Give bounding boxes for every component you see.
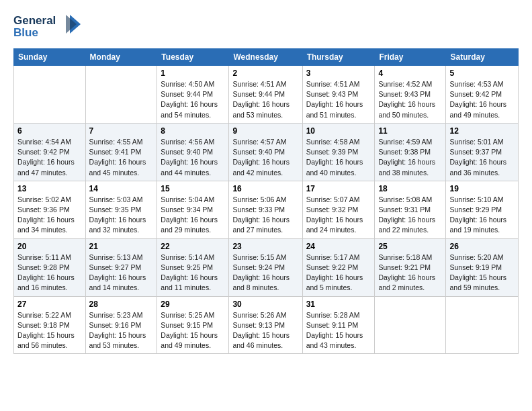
day-info: Sunrise: 5:02 AMSunset: 9:36 PMDaylight:… — [17, 195, 82, 236]
calendar-cell: 26Sunrise: 5:20 AMSunset: 9:19 PMDayligh… — [446, 238, 519, 296]
weekday-header-sunday: Sunday — [14, 49, 86, 66]
day-number: 19 — [449, 184, 515, 193]
day-info: Sunrise: 4:55 AMSunset: 9:41 PMDaylight:… — [89, 137, 154, 178]
day-number: 24 — [306, 242, 371, 251]
day-number: 27 — [17, 300, 82, 309]
calendar-cell: 2Sunrise: 4:51 AMSunset: 9:44 PMDaylight… — [229, 66, 302, 124]
day-info: Sunrise: 4:51 AMSunset: 9:44 PMDaylight:… — [232, 79, 298, 120]
day-info: Sunrise: 4:54 AMSunset: 9:42 PMDaylight:… — [17, 137, 82, 178]
header: General Blue — [13, 11, 519, 43]
calendar-cell: 28Sunrise: 5:23 AMSunset: 9:16 PMDayligh… — [85, 296, 157, 354]
calendar-cell: 16Sunrise: 5:06 AMSunset: 9:33 PMDayligh… — [229, 181, 302, 238]
calendar-cell: 24Sunrise: 5:17 AMSunset: 9:22 PMDayligh… — [302, 238, 375, 296]
day-number: 9 — [232, 126, 298, 136]
day-info: Sunrise: 4:58 AMSunset: 9:39 PMDaylight:… — [306, 137, 371, 178]
week-row-5: 27Sunrise: 5:22 AMSunset: 9:18 PMDayligh… — [14, 296, 519, 354]
calendar-cell — [375, 296, 446, 354]
calendar-cell: 8Sunrise: 4:56 AMSunset: 9:40 PMDaylight… — [157, 123, 229, 181]
calendar-cell: 19Sunrise: 5:10 AMSunset: 9:29 PMDayligh… — [446, 181, 519, 238]
day-number: 8 — [161, 126, 225, 136]
calendar-cell: 6Sunrise: 4:54 AMSunset: 9:42 PMDaylight… — [14, 123, 86, 181]
calendar-cell: 12Sunrise: 5:01 AMSunset: 9:37 PMDayligh… — [446, 123, 519, 181]
day-info: Sunrise: 4:52 AMSunset: 9:43 PMDaylight:… — [378, 79, 442, 120]
calendar-cell: 11Sunrise: 4:59 AMSunset: 9:38 PMDayligh… — [375, 123, 446, 181]
day-number: 5 — [449, 68, 515, 78]
weekday-header-friday: Friday — [375, 49, 446, 66]
day-number: 26 — [449, 242, 515, 251]
day-number: 3 — [306, 68, 371, 78]
day-info: Sunrise: 5:23 AMSunset: 9:16 PMDaylight:… — [89, 310, 154, 351]
day-number: 11 — [378, 126, 442, 136]
weekday-header-thursday: Thursday — [302, 49, 375, 66]
day-info: Sunrise: 5:18 AMSunset: 9:21 PMDaylight:… — [378, 253, 442, 293]
day-info: Sunrise: 4:56 AMSunset: 9:40 PMDaylight:… — [161, 137, 225, 178]
day-info: Sunrise: 5:07 AMSunset: 9:32 PMDaylight:… — [306, 195, 371, 236]
day-number: 7 — [89, 126, 154, 136]
day-number: 14 — [89, 184, 154, 193]
day-number: 2 — [232, 68, 298, 78]
day-info: Sunrise: 4:50 AMSunset: 9:44 PMDaylight:… — [161, 79, 225, 120]
day-info: Sunrise: 5:08 AMSunset: 9:31 PMDaylight:… — [378, 195, 442, 236]
day-number: 20 — [17, 242, 82, 251]
day-info: Sunrise: 5:28 AMSunset: 9:11 PMDaylight:… — [306, 310, 371, 351]
day-info: Sunrise: 5:20 AMSunset: 9:19 PMDaylight:… — [449, 253, 515, 293]
day-info: Sunrise: 5:22 AMSunset: 9:18 PMDaylight:… — [17, 310, 82, 351]
day-number: 30 — [232, 300, 298, 309]
calendar-cell: 9Sunrise: 4:57 AMSunset: 9:40 PMDaylight… — [229, 123, 302, 181]
week-row-1: 1Sunrise: 4:50 AMSunset: 9:44 PMDaylight… — [14, 66, 519, 124]
calendar-cell: 3Sunrise: 4:51 AMSunset: 9:43 PMDaylight… — [302, 66, 375, 124]
calendar-cell: 1Sunrise: 4:50 AMSunset: 9:44 PMDaylight… — [157, 66, 229, 124]
weekday-header-wednesday: Wednesday — [229, 49, 302, 66]
day-number: 17 — [306, 184, 371, 193]
day-number: 31 — [306, 300, 371, 309]
weekday-header-tuesday: Tuesday — [157, 49, 229, 66]
day-number: 21 — [89, 242, 154, 251]
day-number: 12 — [449, 126, 515, 136]
calendar-cell: 10Sunrise: 4:58 AMSunset: 9:39 PMDayligh… — [302, 123, 375, 181]
day-number: 18 — [378, 184, 442, 193]
page: General Blue SundayMondayTuesdayWednesda… — [0, 0, 532, 411]
day-info: Sunrise: 5:06 AMSunset: 9:33 PMDaylight:… — [232, 195, 298, 236]
calendar-cell: 31Sunrise: 5:28 AMSunset: 9:11 PMDayligh… — [302, 296, 375, 354]
day-info: Sunrise: 5:14 AMSunset: 9:25 PMDaylight:… — [161, 253, 225, 293]
calendar-cell — [446, 296, 519, 354]
day-info: Sunrise: 5:25 AMSunset: 9:15 PMDaylight:… — [161, 310, 225, 351]
day-info: Sunrise: 5:01 AMSunset: 9:37 PMDaylight:… — [449, 137, 515, 178]
day-number: 22 — [161, 242, 225, 251]
day-number: 1 — [161, 68, 225, 78]
day-number: 29 — [161, 300, 225, 309]
day-number: 4 — [378, 68, 442, 78]
svg-text:Blue: Blue — [13, 26, 38, 39]
weekday-header-saturday: Saturday — [446, 49, 519, 66]
day-info: Sunrise: 5:10 AMSunset: 9:29 PMDaylight:… — [449, 195, 515, 236]
calendar-cell: 5Sunrise: 4:53 AMSunset: 9:42 PMDaylight… — [446, 66, 519, 124]
day-info: Sunrise: 5:26 AMSunset: 9:13 PMDaylight:… — [232, 310, 298, 351]
week-row-4: 20Sunrise: 5:11 AMSunset: 9:28 PMDayligh… — [14, 238, 519, 296]
calendar-cell: 14Sunrise: 5:03 AMSunset: 9:35 PMDayligh… — [85, 181, 157, 238]
calendar-cell: 29Sunrise: 5:25 AMSunset: 9:15 PMDayligh… — [157, 296, 229, 354]
day-info: Sunrise: 4:53 AMSunset: 9:42 PMDaylight:… — [449, 79, 515, 120]
calendar-cell: 25Sunrise: 5:18 AMSunset: 9:21 PMDayligh… — [375, 238, 446, 296]
calendar-cell: 27Sunrise: 5:22 AMSunset: 9:18 PMDayligh… — [14, 296, 86, 354]
calendar-cell — [14, 66, 86, 124]
weekday-header-row: SundayMondayTuesdayWednesdayThursdayFrid… — [14, 49, 519, 66]
day-number: 16 — [232, 184, 298, 193]
week-row-2: 6Sunrise: 4:54 AMSunset: 9:42 PMDaylight… — [14, 123, 519, 181]
day-info: Sunrise: 5:03 AMSunset: 9:35 PMDaylight:… — [89, 195, 154, 236]
calendar-cell: 13Sunrise: 5:02 AMSunset: 9:36 PMDayligh… — [14, 181, 86, 238]
day-info: Sunrise: 5:15 AMSunset: 9:24 PMDaylight:… — [232, 253, 298, 293]
day-number: 10 — [306, 126, 371, 136]
logo: General Blue — [13, 11, 87, 43]
day-number: 25 — [378, 242, 442, 251]
calendar-cell: 22Sunrise: 5:14 AMSunset: 9:25 PMDayligh… — [157, 238, 229, 296]
day-info: Sunrise: 5:13 AMSunset: 9:27 PMDaylight:… — [89, 253, 154, 293]
day-number: 28 — [89, 300, 154, 309]
calendar-cell: 17Sunrise: 5:07 AMSunset: 9:32 PMDayligh… — [302, 181, 375, 238]
calendar-cell: 20Sunrise: 5:11 AMSunset: 9:28 PMDayligh… — [14, 238, 86, 296]
calendar-cell: 15Sunrise: 5:04 AMSunset: 9:34 PMDayligh… — [157, 181, 229, 238]
calendar-cell: 21Sunrise: 5:13 AMSunset: 9:27 PMDayligh… — [85, 238, 157, 296]
day-info: Sunrise: 4:59 AMSunset: 9:38 PMDaylight:… — [378, 137, 442, 178]
calendar-cell — [85, 66, 157, 124]
calendar-cell: 4Sunrise: 4:52 AMSunset: 9:43 PMDaylight… — [375, 66, 446, 124]
calendar-cell: 18Sunrise: 5:08 AMSunset: 9:31 PMDayligh… — [375, 181, 446, 238]
